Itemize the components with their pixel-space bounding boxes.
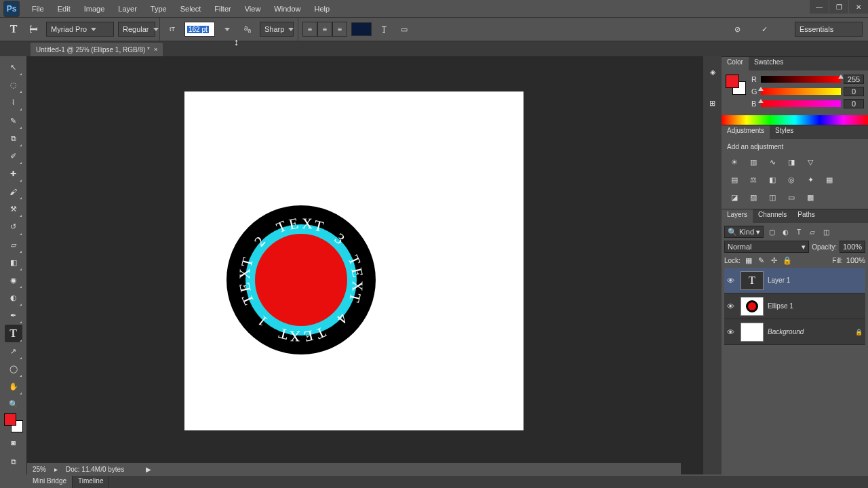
lock-position-icon[interactable]: ✢: [770, 256, 779, 265]
commit-edits-icon[interactable]: ✓: [756, 21, 772, 37]
move-tool[interactable]: ↖: [5, 59, 22, 76]
layer-row[interactable]: 👁Background🔒: [724, 319, 865, 345]
brightness-icon[interactable]: ☀: [727, 155, 742, 169]
lock-transparent-icon[interactable]: ▦: [744, 256, 753, 265]
menu-file[interactable]: File: [25, 2, 51, 16]
balance-icon[interactable]: ⚖: [746, 172, 761, 187]
lock-all-icon[interactable]: 🔒: [783, 256, 792, 265]
type-tool-preset-icon[interactable]: T: [5, 21, 22, 37]
quick-select-tool[interactable]: ✎: [5, 112, 22, 129]
blur-tool[interactable]: ◉: [5, 272, 22, 289]
align-right-button[interactable]: ≡: [332, 22, 347, 37]
foreground-background-colors[interactable]: [4, 413, 23, 432]
canvas-area[interactable]: TEXT 1 TEXT 2 TEXT 3 TEXT 4: [27, 56, 703, 474]
path-select-tool[interactable]: ↗: [5, 343, 22, 360]
menu-edit[interactable]: Edit: [51, 2, 77, 16]
fill-value[interactable]: 100%: [846, 256, 865, 264]
history-panel-icon[interactable]: ◈: [705, 64, 720, 79]
r-value[interactable]: 255: [844, 75, 864, 84]
g-value[interactable]: 0: [844, 87, 864, 96]
hand-tool[interactable]: ✋: [5, 378, 22, 395]
menu-help[interactable]: Help: [307, 2, 336, 16]
character-panel-icon[interactable]: ▭: [396, 21, 412, 37]
hue-icon[interactable]: ▤: [727, 172, 742, 187]
menu-select[interactable]: Select: [174, 2, 208, 16]
layer-name[interactable]: Ellipse 1: [768, 302, 793, 310]
gradient-map-icon[interactable]: ▭: [784, 190, 799, 205]
lasso-tool[interactable]: ⌇: [5, 94, 22, 111]
photo-filter-icon[interactable]: ◎: [784, 172, 799, 187]
document-canvas[interactable]: TEXT 1 TEXT 2 TEXT 3 TEXT 4: [184, 92, 524, 430]
stamp-tool[interactable]: ⚒: [5, 201, 22, 218]
levels-icon[interactable]: ▥: [746, 155, 761, 169]
anti-alias-select[interactable]: Sharp: [260, 22, 294, 37]
filter-pixel-icon[interactable]: ▢: [766, 226, 777, 237]
screen-mode-icon[interactable]: ⧉: [5, 453, 22, 470]
visibility-icon[interactable]: 👁: [727, 302, 736, 310]
layer-name[interactable]: Layer 1: [768, 277, 790, 284]
doc-info-arrow[interactable]: ▶: [146, 466, 151, 473]
zoom-tool[interactable]: 🔍: [5, 396, 22, 413]
type-tool[interactable]: T: [5, 325, 22, 342]
shape-tool[interactable]: ◯: [5, 361, 22, 378]
b-value[interactable]: 0: [844, 99, 864, 108]
bw-icon[interactable]: ◧: [765, 172, 780, 187]
vibrance-icon[interactable]: ▽: [803, 155, 818, 169]
menu-filter[interactable]: Filter: [208, 2, 237, 16]
workspace-select[interactable]: Essentials: [795, 22, 863, 37]
font-style-select[interactable]: Regular: [118, 22, 155, 37]
pen-tool[interactable]: ✒: [5, 307, 22, 324]
blend-mode-select[interactable]: Normal▾: [724, 241, 809, 253]
close-button[interactable]: ✕: [849, 0, 868, 14]
mini-bridge-tab[interactable]: Mini Bridge: [27, 476, 73, 488]
document-tab[interactable]: Untitled-1 @ 25% (Ellipse 1, RGB/8) * ×: [31, 43, 163, 56]
layer-row[interactable]: 👁Ellipse 1: [724, 293, 865, 319]
font-size-input[interactable]: 162 pt: [184, 22, 215, 37]
visibility-icon[interactable]: 👁: [727, 277, 736, 285]
dodge-tool[interactable]: ◐: [5, 289, 22, 306]
b-slider[interactable]: [761, 100, 841, 107]
layer-filter-kind[interactable]: 🔍 Kind ▾: [724, 226, 764, 238]
warp-text-icon[interactable]: T̰: [376, 21, 392, 37]
layers-tab[interactable]: Layers: [722, 209, 753, 223]
mixer-icon[interactable]: ✦: [803, 172, 818, 187]
filter-smart-icon[interactable]: ◫: [821, 226, 831, 237]
channels-tab[interactable]: Channels: [753, 209, 792, 223]
lut-icon[interactable]: ▦: [822, 172, 837, 187]
lock-pixels-icon[interactable]: ✎: [757, 256, 766, 265]
toggle-orientation-icon[interactable]: T: [26, 21, 42, 37]
styles-tab[interactable]: Styles: [770, 125, 799, 139]
filter-type-icon[interactable]: T: [793, 226, 804, 237]
invert-icon[interactable]: ◪: [727, 190, 742, 205]
crop-tool[interactable]: ⧉: [5, 130, 22, 147]
swatches-tab[interactable]: Swatches: [749, 57, 789, 70]
maximize-button[interactable]: ❐: [829, 0, 848, 14]
menu-type[interactable]: Type: [144, 2, 174, 16]
layer-name[interactable]: Background: [768, 328, 804, 336]
eraser-tool[interactable]: ▱: [5, 237, 22, 253]
filter-adjust-icon[interactable]: ◐: [780, 226, 791, 237]
posterize-icon[interactable]: ▨: [746, 190, 761, 205]
minimize-button[interactable]: —: [810, 0, 829, 14]
eyedropper-tool[interactable]: ✐: [5, 148, 22, 165]
text-color-swatch[interactable]: [351, 22, 372, 36]
zoom-level[interactable]: 25%: [33, 466, 46, 473]
menu-image[interactable]: Image: [77, 2, 112, 16]
selective-icon[interactable]: ▩: [803, 190, 818, 205]
menu-layer[interactable]: Layer: [111, 2, 144, 16]
quick-mask-icon[interactable]: ◙: [5, 434, 22, 451]
align-left-button[interactable]: ≡: [302, 22, 317, 37]
healing-tool[interactable]: ✚: [5, 165, 22, 182]
font-family-select[interactable]: Myriad Pro: [46, 22, 114, 37]
adjustments-tab[interactable]: Adjustments: [722, 125, 770, 139]
filter-shape-icon[interactable]: ▱: [807, 226, 818, 237]
properties-panel-icon[interactable]: ⊞: [705, 96, 720, 110]
exposure-icon[interactable]: ◨: [784, 155, 799, 169]
align-center-button[interactable]: ≡: [317, 22, 332, 37]
marquee-tool[interactable]: ◌: [5, 77, 22, 94]
color-tab[interactable]: Color: [722, 57, 749, 70]
gradient-tool[interactable]: ◧: [5, 254, 22, 271]
brush-tool[interactable]: 🖌: [5, 183, 22, 200]
color-spectrum[interactable]: [722, 115, 868, 125]
history-brush-tool[interactable]: ↺: [5, 218, 22, 235]
